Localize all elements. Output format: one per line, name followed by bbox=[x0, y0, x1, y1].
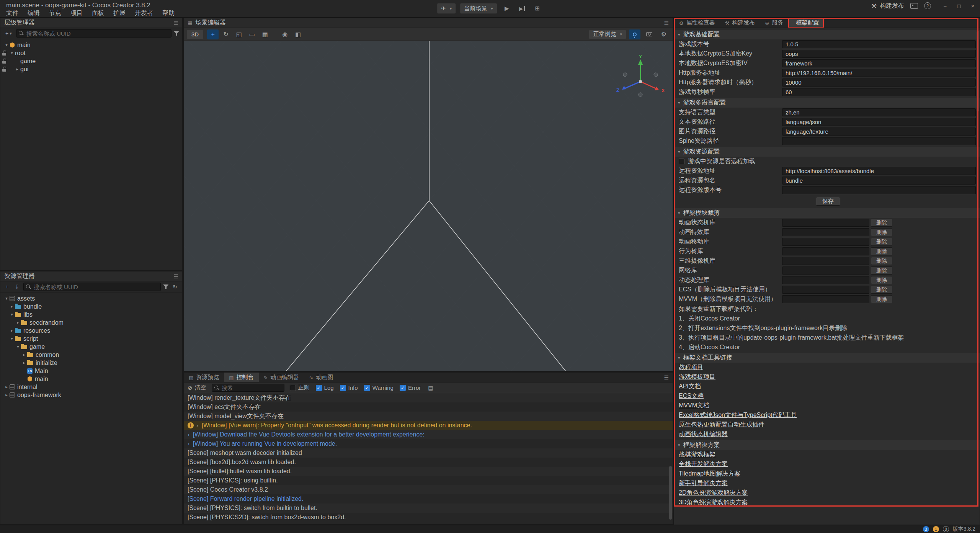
delete-module-button[interactable]: 删除 bbox=[871, 266, 892, 275]
play-button[interactable]: ▶ bbox=[501, 3, 513, 14]
menu-item[interactable]: 开发者 bbox=[130, 9, 158, 17]
property-input[interactable] bbox=[782, 88, 976, 96]
remote-load-checkbox[interactable] bbox=[679, 159, 684, 164]
expand-arrow[interactable]: ▾ bbox=[3, 296, 10, 301]
property-input[interactable] bbox=[782, 167, 976, 175]
delete-module-button[interactable]: 删除 bbox=[871, 228, 892, 236]
console-filter[interactable]: Log bbox=[316, 384, 334, 391]
expand-arrow[interactable]: ▸ bbox=[14, 67, 20, 72]
log-row[interactable]: [Scene] [bullet]:bullet wasm lib loaded. bbox=[184, 467, 673, 476]
expand-arrow[interactable]: ▸ bbox=[3, 384, 10, 389]
expand-arrow[interactable]: ▾ bbox=[9, 312, 15, 317]
menu-item[interactable]: 编辑 bbox=[23, 9, 44, 17]
delete-module-button[interactable]: 删除 bbox=[871, 247, 892, 255]
doc-link[interactable]: ECS文档 bbox=[679, 392, 704, 400]
property-input[interactable] bbox=[782, 186, 976, 194]
hierarchy-node-row[interactable]: ▸gui bbox=[0, 65, 182, 73]
menu-item[interactable]: 帮助 bbox=[158, 9, 179, 17]
menu-item[interactable]: 项目 bbox=[66, 9, 87, 17]
expand-arrow[interactable]: ▾ bbox=[9, 51, 15, 56]
expand-arrow[interactable]: ▸ bbox=[9, 304, 15, 309]
inspector-tab[interactable]: 服务 bbox=[760, 18, 788, 28]
help-icon[interactable]: ? bbox=[924, 2, 931, 9]
error-count-badge[interactable]: 0 bbox=[943, 526, 949, 532]
inspector-tab[interactable]: 构建发布 bbox=[720, 18, 760, 28]
asset-node-row[interactable]: TSMain bbox=[0, 367, 182, 375]
asset-node-row[interactable]: main bbox=[0, 375, 182, 383]
delete-module-button[interactable]: 删除 bbox=[871, 238, 892, 246]
pivot-toggle-icon[interactable]: ◉ bbox=[279, 29, 291, 39]
doc-link[interactable]: MVVM文档 bbox=[679, 402, 709, 410]
expand-chevron[interactable]: › bbox=[196, 422, 198, 428]
property-input[interactable] bbox=[782, 40, 976, 48]
expand-arrow[interactable]: ▾ bbox=[9, 336, 15, 341]
delete-module-button[interactable]: 删除 bbox=[871, 257, 892, 265]
console-scrollbar[interactable] bbox=[669, 466, 672, 520]
menu-item[interactable]: 文件 bbox=[2, 9, 23, 17]
log-count-badge[interactable]: 3 bbox=[923, 526, 929, 532]
asset-node-row[interactable]: ▸internal bbox=[0, 383, 182, 391]
lighting-toggle-icon[interactable] bbox=[629, 29, 640, 39]
panel-menu-icon[interactable]: ☰ bbox=[173, 20, 178, 26]
doc-link[interactable]: API文档 bbox=[679, 383, 701, 391]
log-row[interactable]: [Window] ecs文件夹不存在 bbox=[184, 402, 673, 412]
asset-node-row[interactable]: ▸oops-framework bbox=[0, 391, 182, 399]
menu-item[interactable]: 面板 bbox=[87, 9, 109, 17]
asset-node-row[interactable]: ▾assets bbox=[0, 294, 182, 302]
asset-node-row[interactable]: ▸initialize bbox=[0, 359, 182, 367]
transform-gizmo-icon[interactable]: ▦ bbox=[259, 29, 271, 39]
create-asset-button[interactable]: + bbox=[3, 283, 10, 291]
filter-icon[interactable] bbox=[163, 284, 168, 289]
axis-gizmo[interactable]: Y X Z bbox=[614, 54, 667, 104]
property-input[interactable] bbox=[782, 137, 976, 145]
asset-node-row[interactable]: ▸resources bbox=[0, 327, 182, 335]
console-tab[interactable]: 控制台 bbox=[224, 373, 258, 382]
property-input[interactable] bbox=[782, 118, 976, 126]
console-tab[interactable]: 动画编辑器 bbox=[259, 373, 304, 382]
create-node-button[interactable]: +▾ bbox=[3, 29, 14, 38]
asset-node-row[interactable]: ▾libs bbox=[0, 311, 182, 319]
expand-arrow[interactable]: ▸ bbox=[21, 352, 27, 357]
inspector-tab[interactable]: 属性检查器 bbox=[674, 18, 720, 28]
hierarchy-node-row[interactable]: ▾root bbox=[0, 49, 182, 57]
checkbox-icon[interactable] bbox=[364, 385, 370, 391]
inspector-tab[interactable]: 框架配置 bbox=[788, 18, 824, 28]
expand-arrow[interactable]: ▸ bbox=[9, 328, 15, 333]
expand-arrow[interactable]: ▸ bbox=[3, 392, 10, 397]
log-row[interactable]: [Window] model_view文件夹不存在 bbox=[184, 412, 673, 421]
panel-menu-icon[interactable]: ☰ bbox=[173, 273, 178, 280]
import-asset-icon[interactable]: ↧ bbox=[13, 283, 21, 291]
rotate-tool-icon[interactable]: ↻ bbox=[220, 29, 232, 39]
log-row[interactable]: !›[Window] [Vue warn]: Property "onInput… bbox=[184, 421, 673, 430]
asset-node-row[interactable]: ▸bundle bbox=[0, 302, 182, 311]
delete-module-button[interactable]: 删除 bbox=[871, 286, 892, 294]
panel-menu-icon[interactable]: ☰ bbox=[664, 374, 669, 381]
solution-link[interactable]: 3D角色扮演游戏解决方案 bbox=[679, 499, 748, 507]
expand-arrow[interactable]: ▾ bbox=[15, 344, 21, 349]
property-input[interactable] bbox=[782, 59, 976, 67]
expand-chevron[interactable]: › bbox=[188, 441, 189, 447]
solution-link[interactable]: 2D角色扮演游戏解决方案 bbox=[679, 489, 748, 497]
console-filter[interactable]: Error bbox=[400, 384, 421, 391]
expand-arrow[interactable]: ▾ bbox=[3, 43, 10, 47]
clear-console-button[interactable]: ⊘ 清空 bbox=[188, 384, 206, 391]
checkbox-icon[interactable] bbox=[290, 385, 296, 391]
console-filter[interactable]: Warning bbox=[364, 384, 394, 391]
log-row[interactable]: [Scene] [PHYSICS]: switch from builtin t… bbox=[184, 504, 673, 513]
asset-node-row[interactable]: ▾script bbox=[0, 335, 182, 343]
doc-link[interactable]: 动画状态机编辑器 bbox=[679, 430, 728, 438]
log-row[interactable]: [Scene] Forward render pipeline initiali… bbox=[184, 494, 673, 504]
save-button[interactable]: 保存 bbox=[816, 197, 840, 206]
delete-module-button[interactable]: 删除 bbox=[871, 295, 892, 303]
preview-target-button[interactable]: ✈ ▾ bbox=[437, 3, 456, 14]
image-icon[interactable] bbox=[910, 3, 918, 9]
expand-chevron[interactable]: › bbox=[188, 432, 189, 438]
log-row[interactable]: [Scene] Cocos Creator v3.8.2 bbox=[184, 485, 673, 494]
move-tool-icon[interactable]: + bbox=[207, 29, 219, 39]
expand-arrow[interactable]: ▸ bbox=[21, 360, 27, 365]
doc-link[interactable]: 原生包热更新配置自动生成插件 bbox=[679, 421, 764, 429]
export-log-icon[interactable]: ▤ bbox=[426, 384, 435, 392]
section-header-language[interactable]: 游戏多语言配置 bbox=[674, 98, 980, 108]
section-header-modules[interactable]: 框架模块裁剪 bbox=[674, 208, 980, 218]
close-button[interactable]: × bbox=[967, 1, 978, 11]
